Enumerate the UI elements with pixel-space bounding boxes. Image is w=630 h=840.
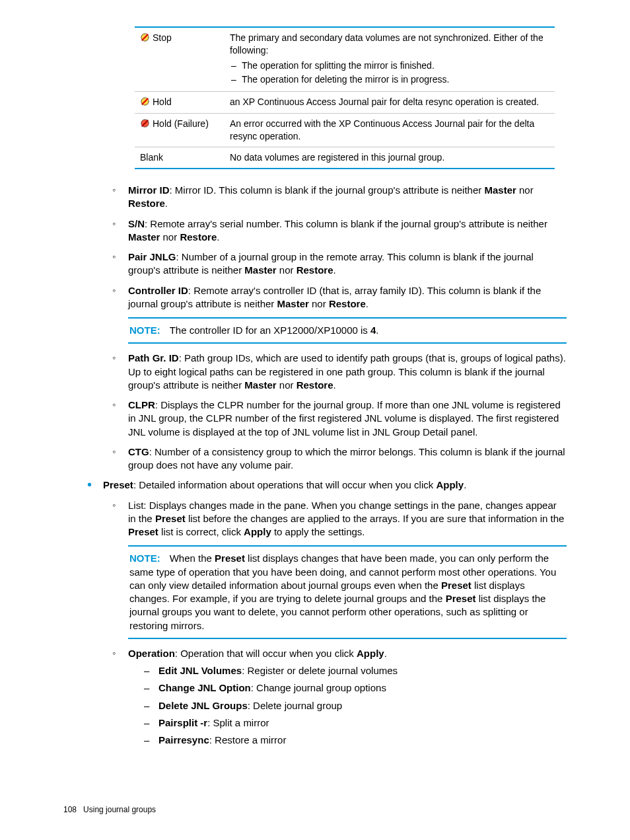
- status-table: Stop The primary and secondary data volu…: [135, 26, 555, 169]
- table-row: Stop The primary and secondary data volu…: [135, 27, 555, 91]
- page-number: 108: [63, 805, 77, 814]
- operation-list: Edit JNL Volumes: Register or delete jou…: [144, 664, 567, 747]
- term: S/N: [128, 218, 145, 229]
- list-item: S/N: Remote array's serial number. This …: [112, 217, 567, 245]
- stop-icon: [140, 96, 150, 110]
- status-bullet: The operation for deleting the mirror is…: [242, 73, 549, 86]
- list-item: Edit JNL Volumes: Register or delete jou…: [144, 664, 567, 677]
- list-item: Mirror ID: Mirror ID. This column is bla…: [112, 184, 567, 211]
- outer-list: Preset: Detailed information about opera…: [86, 478, 567, 492]
- status-label: Hold: [153, 96, 172, 107]
- list-item: CTG: Number of a consistency group to wh…: [112, 445, 567, 473]
- term: Mirror ID: [128, 184, 170, 196]
- list-item: Pairresync: Restore a mirror: [144, 734, 567, 747]
- stop-icon: [140, 32, 150, 46]
- note-block: NOTE:The controller ID for an XP12000/XP…: [128, 317, 567, 344]
- status-desc: No data volumes are registered in this j…: [225, 147, 555, 169]
- note-label: NOTE:: [129, 325, 160, 336]
- list-item: List: Displays changes made in the pane.…: [112, 499, 567, 639]
- term: Preset: [103, 479, 133, 490]
- status-bullets: The operation for splitting the mirror i…: [230, 59, 549, 86]
- stop-icon: [140, 118, 150, 132]
- preset-sub-list: List: Displays changes made in the pane.…: [112, 499, 567, 747]
- term: CLPR: [128, 399, 155, 410]
- list-item: Change JNL Option: Change journal group …: [144, 681, 567, 695]
- table-row: Hold an XP Continuous Access Journal pai…: [135, 91, 555, 114]
- list-item: Operation: Operation that will occur whe…: [112, 647, 567, 747]
- status-label: Hold (Failure): [153, 118, 209, 129]
- list-item: Pairsplit -r: Split a mirror: [144, 716, 567, 730]
- page-footer: 108 Using journal groups: [63, 804, 156, 815]
- term: Controller ID: [128, 285, 188, 296]
- document-page: Stop The primary and secondary data volu…: [0, 0, 630, 840]
- status-label: Blank: [135, 147, 225, 169]
- status-desc: The primary and secondary data volumes a…: [230, 32, 543, 56]
- section-title: Using journal groups: [83, 805, 156, 814]
- status-bullet: The operation for splitting the mirror i…: [242, 59, 549, 72]
- list-item: CLPR: Displays the CLPR number for the j…: [112, 399, 567, 439]
- term: Operation: [128, 648, 175, 659]
- table-row: Hold (Failure) An error occurred with th…: [135, 114, 555, 147]
- list-item: Controller ID: Remote array's controller…: [112, 284, 567, 344]
- list-item: Preset: Detailed information about opera…: [86, 478, 567, 492]
- status-desc: an XP Continuous Access Journal pair for…: [225, 91, 555, 114]
- list-item: Delete JNL Groups: Delete journal group: [144, 699, 567, 712]
- note-label: NOTE:: [129, 553, 160, 564]
- table-row: Blank No data volumes are registered in …: [135, 147, 555, 169]
- status-label: Stop: [153, 32, 172, 43]
- term: Path Gr. ID: [128, 352, 179, 363]
- definition-list: Mirror ID: Mirror ID. This column is bla…: [112, 184, 567, 472]
- term: Pair JNLG: [128, 251, 176, 262]
- term: CTG: [128, 446, 149, 457]
- note-block: NOTE:When the Preset list displays chang…: [128, 545, 567, 639]
- list-item: Path Gr. ID: Path group IDs, which are u…: [112, 352, 567, 392]
- status-desc: An error occurred with the XP Continuous…: [225, 114, 555, 147]
- list-item: Pair JNLG: Number of a journal group in …: [112, 250, 567, 278]
